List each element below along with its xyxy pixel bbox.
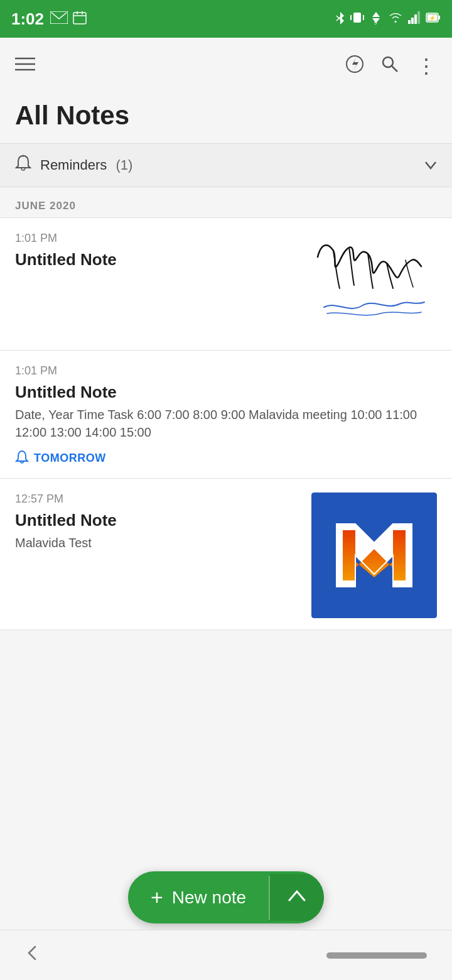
vibrate-icon xyxy=(350,11,364,28)
svg-marker-29 xyxy=(343,530,406,580)
note-2-title: Untitled Note xyxy=(15,383,437,402)
note-1-title: Untitled Note xyxy=(15,250,295,270)
svg-text:5: 5 xyxy=(374,20,377,24)
nav-back-icon[interactable] xyxy=(25,944,40,966)
data-icon: 5 xyxy=(369,11,383,28)
fab-chevron-button[interactable] xyxy=(270,874,324,921)
app-bar-right: ⋮ xyxy=(346,54,437,78)
note-1-layout: 1:01 PM Untitled Note xyxy=(15,232,437,339)
note-1-time: 1:01 PM xyxy=(15,232,295,245)
page-title-section: All Notes xyxy=(0,94,452,143)
note-2-reminder: TOMORROW xyxy=(15,450,437,467)
note-card-2[interactable]: 1:01 PM Untitled Note Date, Year Time Ta… xyxy=(0,351,452,479)
page-title: All Notes xyxy=(15,101,437,131)
note-1-signature xyxy=(305,232,437,339)
svg-rect-13 xyxy=(408,20,411,24)
note-card-3[interactable]: 12:57 PM Untitled Note Malavida Test xyxy=(0,479,452,630)
section-label: JUNE 2020 xyxy=(15,200,76,212)
svg-rect-16 xyxy=(417,11,420,24)
status-system-icons: 5 ⚡ xyxy=(335,11,441,28)
reminders-label: Reminders xyxy=(40,157,107,173)
reminders-bell-icon xyxy=(15,155,31,176)
svg-rect-18 xyxy=(438,16,440,19)
flash-icon[interactable] xyxy=(346,55,363,77)
note-3-thumbnail xyxy=(311,493,437,618)
battery-icon: ⚡ xyxy=(426,12,441,26)
fab-chevron-icon xyxy=(288,888,306,907)
svg-rect-1 xyxy=(73,13,86,24)
search-icon[interactable] xyxy=(381,55,399,77)
note-2-reminder-text: TOMORROW xyxy=(34,452,106,465)
note-2-time: 1:01 PM xyxy=(15,364,437,378)
new-note-fab[interactable]: + New note xyxy=(128,871,324,923)
fab-label: New note xyxy=(172,888,246,908)
menu-icon[interactable] xyxy=(15,56,35,76)
note-2-preview: Date, Year Time Task 6:00 7:00 8:00 9:00… xyxy=(15,406,437,441)
svg-rect-7 xyxy=(353,13,361,23)
bluetooth-icon xyxy=(335,11,345,28)
note-2-reminder-icon xyxy=(15,450,29,467)
app-bar-left xyxy=(15,56,35,76)
status-time: 1:02 xyxy=(11,9,44,29)
svg-line-26 xyxy=(392,66,397,72)
status-notification-icons xyxy=(50,11,87,28)
reminders-count: (1) xyxy=(116,157,132,173)
note-3-layout: 12:57 PM Untitled Note Malavida Test xyxy=(15,493,437,618)
fab-main-button[interactable]: + New note xyxy=(128,871,269,923)
svg-text:⚡: ⚡ xyxy=(429,14,436,22)
reminders-dropdown-icon[interactable] xyxy=(424,157,437,173)
note-3-preview: Malavida Test xyxy=(15,534,301,552)
more-options-icon[interactable]: ⋮ xyxy=(416,54,437,78)
malavida-logo xyxy=(311,493,437,618)
reminders-bar[interactable]: Reminders (1) xyxy=(0,143,452,187)
status-bar: 1:02 xyxy=(0,0,452,38)
app-bar: ⋮ xyxy=(0,38,452,94)
wifi-icon xyxy=(388,12,403,26)
svg-rect-15 xyxy=(414,14,417,24)
svg-marker-10 xyxy=(372,12,380,17)
reminders-left: Reminders (1) xyxy=(15,155,132,176)
status-left: 1:02 xyxy=(11,9,87,29)
main-content: JUNE 2020 1:01 PM Untitled Note xyxy=(0,187,452,756)
fab-plus-icon: + xyxy=(151,885,163,910)
note-3-time: 12:57 PM xyxy=(15,493,301,506)
svg-point-25 xyxy=(383,57,393,67)
nav-bar xyxy=(0,930,452,980)
calendar-icon xyxy=(73,11,87,28)
note-1-content: 1:01 PM Untitled Note xyxy=(15,232,305,273)
signal-icon xyxy=(408,11,421,27)
nav-home-pill[interactable] xyxy=(326,952,427,959)
note-card-1[interactable]: 1:01 PM Untitled Note xyxy=(0,218,452,351)
section-header: JUNE 2020 xyxy=(0,187,452,217)
gmail-icon xyxy=(50,11,68,27)
svg-point-27 xyxy=(23,155,24,157)
svg-rect-14 xyxy=(411,18,414,24)
note-3-content: 12:57 PM Untitled Note Malavida Test xyxy=(15,493,311,552)
note-3-title: Untitled Note xyxy=(15,511,301,530)
